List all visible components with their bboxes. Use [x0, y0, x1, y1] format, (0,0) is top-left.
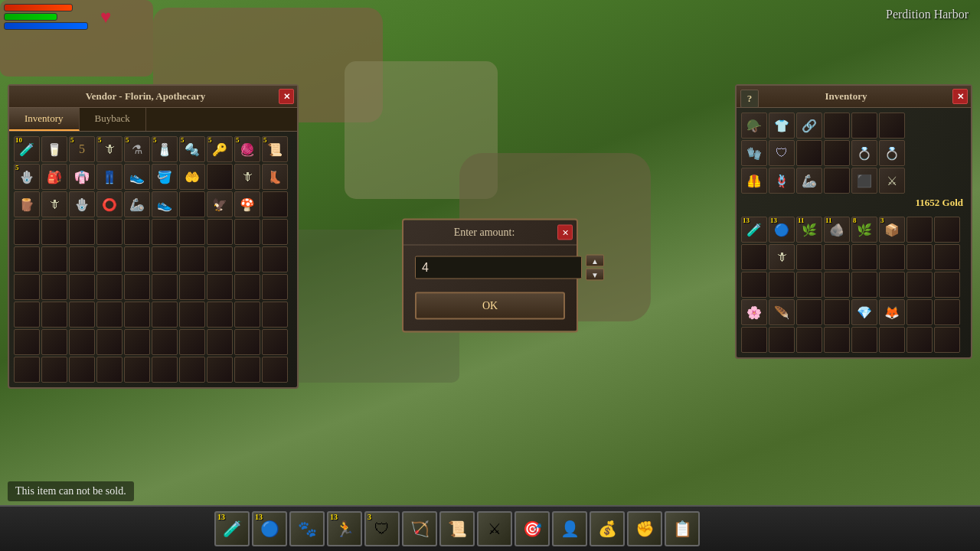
tab-inventory[interactable]: Inventory: [9, 108, 80, 131]
player-inv-slot[interactable]: [934, 244, 960, 270]
player-inv-slot[interactable]: [796, 244, 822, 270]
player-inv-slot[interactable]: 💎: [851, 299, 877, 325]
vendor-slot[interactable]: 5🗡: [96, 136, 122, 162]
equip-slot[interactable]: 🪢: [769, 168, 795, 194]
player-inv-slot[interactable]: [906, 327, 933, 353]
vendor-slot[interactable]: 5🪬: [14, 164, 40, 190]
player-inv-slot[interactable]: [906, 217, 933, 243]
player-inv-slot[interactable]: [934, 272, 960, 298]
vendor-slot[interactable]: 5🔩: [179, 136, 205, 162]
vendor-slot[interactable]: [179, 246, 205, 272]
vendor-slot[interactable]: [207, 164, 233, 190]
vendor-slot[interactable]: [14, 246, 40, 272]
player-close-button[interactable]: ✕: [952, 89, 968, 104]
player-inv-slot[interactable]: [824, 244, 850, 270]
vendor-slot[interactable]: 👖: [96, 164, 122, 190]
vendor-slot[interactable]: 🥛: [41, 136, 67, 162]
vendor-slot[interactable]: [234, 357, 260, 383]
vendor-slot[interactable]: 5🔑: [207, 136, 233, 162]
equip-slot[interactable]: 🦺: [741, 168, 767, 194]
vendor-slot[interactable]: [96, 274, 122, 300]
equip-slot[interactable]: [879, 112, 905, 139]
vendor-slot[interactable]: [96, 357, 122, 383]
player-inv-slot[interactable]: [851, 327, 877, 353]
vendor-slot[interactable]: [124, 219, 150, 245]
player-inv-slot[interactable]: 🗡: [769, 244, 795, 270]
toolbar-slot[interactable]: 📜: [439, 511, 475, 546]
vendor-slot[interactable]: 10🧪: [14, 136, 40, 162]
vendor-slot[interactable]: [152, 302, 178, 328]
player-inv-slot[interactable]: [741, 327, 767, 353]
vendor-slot[interactable]: [207, 274, 233, 300]
vendor-slot[interactable]: [41, 329, 67, 355]
vendor-slot[interactable]: 👘: [69, 164, 95, 190]
equip-slot[interactable]: 💍: [851, 140, 877, 166]
help-button[interactable]: ?: [740, 90, 759, 108]
vendor-slot[interactable]: [41, 274, 67, 300]
vendor-slot[interactable]: 55: [69, 136, 95, 162]
vendor-slot[interactable]: [69, 329, 95, 355]
vendor-slot[interactable]: [152, 219, 178, 245]
vendor-slot[interactable]: [262, 274, 288, 300]
vendor-slot[interactable]: [207, 302, 233, 328]
vendor-slot[interactable]: [179, 329, 205, 355]
vendor-slot[interactable]: [152, 274, 178, 300]
vendor-slot[interactable]: [262, 302, 288, 328]
player-inv-slot[interactable]: [796, 327, 822, 353]
vendor-slot[interactable]: 🤲: [179, 164, 205, 190]
equip-slot[interactable]: [824, 140, 850, 166]
equip-slot[interactable]: ⬛: [851, 168, 877, 194]
vendor-slot[interactable]: [69, 357, 95, 383]
vendor-slot[interactable]: [41, 219, 67, 245]
player-inv-slot[interactable]: [824, 272, 850, 298]
player-inv-slot[interactable]: [934, 299, 960, 325]
equip-slot[interactable]: [824, 112, 850, 139]
player-inv-slot[interactable]: 3📦: [879, 217, 905, 243]
vendor-close-button[interactable]: ✕: [279, 89, 294, 104]
equip-slot[interactable]: [851, 112, 877, 139]
vendor-slot[interactable]: [96, 302, 122, 328]
vendor-slot[interactable]: [262, 329, 288, 355]
vendor-slot[interactable]: [152, 329, 178, 355]
vendor-slot[interactable]: [124, 329, 150, 355]
player-inv-slot[interactable]: [796, 299, 822, 325]
player-inv-slot[interactable]: [934, 217, 960, 243]
vendor-slot[interactable]: 5🧶: [234, 136, 260, 162]
player-inv-slot[interactable]: 13🔵: [769, 217, 795, 243]
vendor-slot[interactable]: [41, 246, 67, 272]
vendor-slot[interactable]: [234, 219, 260, 245]
spinner-up-button[interactable]: ▲: [586, 255, 604, 267]
vendor-slot[interactable]: [207, 246, 233, 272]
player-inv-slot[interactable]: [851, 244, 877, 270]
equip-slot[interactable]: [824, 168, 850, 194]
vendor-slot[interactable]: 🗡: [41, 191, 67, 217]
player-inv-slot[interactable]: [851, 272, 877, 298]
toolbar-slot[interactable]: 13🔵: [252, 511, 287, 546]
vendor-slot[interactable]: [262, 191, 288, 217]
player-inv-slot[interactable]: [879, 327, 905, 353]
vendor-slot[interactable]: 🪬: [69, 191, 95, 217]
vendor-slot[interactable]: [179, 302, 205, 328]
equip-slot[interactable]: 🔗: [796, 112, 822, 139]
player-inv-slot[interactable]: [879, 272, 905, 298]
toolbar-slot[interactable]: 💰: [590, 511, 625, 546]
vendor-slot[interactable]: [41, 357, 67, 383]
vendor-slot[interactable]: [207, 329, 233, 355]
player-inv-slot[interactable]: 11🪨: [824, 217, 850, 243]
equip-slot[interactable]: ⚔: [879, 168, 905, 194]
toolbar-slot[interactable]: 📋: [665, 511, 700, 546]
vendor-slot[interactable]: [207, 219, 233, 245]
vendor-slot[interactable]: [124, 357, 150, 383]
vendor-slot[interactable]: [179, 219, 205, 245]
toolbar-slot[interactable]: 3🛡: [364, 511, 400, 546]
player-inv-slot[interactable]: [906, 299, 933, 325]
equip-slot[interactable]: 🧤: [741, 140, 767, 166]
vendor-slot[interactable]: ⭕: [96, 191, 122, 217]
vendor-slot[interactable]: [96, 219, 122, 245]
vendor-slot[interactable]: [262, 357, 288, 383]
vendor-slot[interactable]: [124, 246, 150, 272]
equip-slot[interactable]: 💍: [879, 140, 905, 166]
vendor-slot[interactable]: [207, 357, 233, 383]
player-inv-slot[interactable]: [906, 272, 933, 298]
spinner-down-button[interactable]: ▼: [586, 269, 604, 281]
